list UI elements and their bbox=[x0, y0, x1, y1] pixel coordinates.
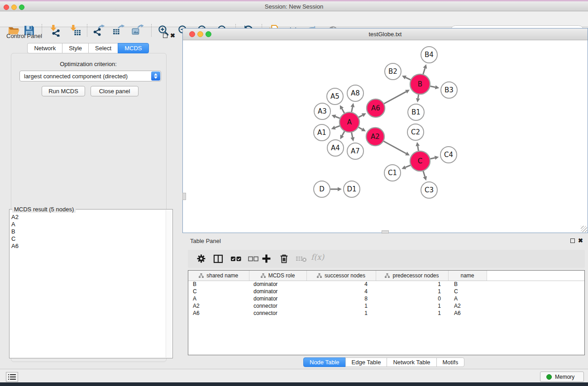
delete-table-icon bbox=[296, 256, 307, 264]
graph-node-C1[interactable]: C1 bbox=[384, 165, 401, 181]
toolbar-separator bbox=[87, 24, 87, 37]
tab-network-table[interactable]: Network Table bbox=[387, 357, 436, 367]
table-cell[interactable]: C bbox=[188, 288, 249, 295]
table-row[interactable]: A2connector11A2 bbox=[188, 302, 585, 310]
delete-column-icon[interactable] bbox=[279, 253, 289, 266]
import-network-icon[interactable] bbox=[49, 24, 61, 37]
table-cell[interactable]: 4 bbox=[306, 281, 376, 288]
mcds-result-scrollbar[interactable] bbox=[166, 210, 172, 357]
graph-node-A6[interactable]: A6 bbox=[367, 99, 385, 117]
network-resize-grip[interactable] bbox=[581, 226, 587, 232]
control-panel-close-icon[interactable]: ✖ bbox=[170, 33, 175, 38]
run-mcds-button[interactable]: Run MCDS bbox=[42, 86, 85, 96]
graph-node-A3[interactable]: A3 bbox=[314, 103, 330, 119]
table-cell[interactable]: B bbox=[188, 281, 249, 288]
tab-node-table[interactable]: Node Table bbox=[303, 357, 346, 367]
close-panel-button[interactable]: Close panel bbox=[91, 86, 139, 96]
table-cell[interactable]: 1 bbox=[376, 281, 448, 288]
graph-node-A7[interactable]: A7 bbox=[347, 143, 363, 159]
table-panel-close-icon[interactable]: ✖ bbox=[578, 238, 583, 243]
table-cell[interactable]: 1 bbox=[376, 288, 448, 295]
import-table-icon[interactable] bbox=[69, 24, 81, 37]
mcds-result-item: A bbox=[10, 221, 165, 228]
table-cell[interactable]: dominator bbox=[249, 281, 306, 288]
graph-node-C[interactable]: C bbox=[410, 151, 430, 171]
table-row[interactable]: A6connector11A6 bbox=[188, 310, 585, 317]
graph-node-B4[interactable]: B4 bbox=[421, 47, 437, 63]
mcds-result-item: B bbox=[10, 228, 165, 235]
table-cell[interactable]: 8 bbox=[306, 295, 376, 302]
graph-node-B1[interactable]: B1 bbox=[408, 104, 424, 120]
tab-mcds[interactable]: MCDS bbox=[118, 43, 148, 53]
toolbar-separator bbox=[151, 24, 152, 37]
table-row[interactable]: Adominator80A bbox=[188, 295, 585, 302]
graph-node-B[interactable]: B bbox=[410, 74, 430, 94]
column-header-name[interactable]: name bbox=[448, 271, 487, 281]
table-cell[interactable]: C bbox=[448, 288, 487, 295]
tab-edge-table[interactable]: Edge Table bbox=[345, 357, 387, 367]
graph-node-A1[interactable]: A1 bbox=[314, 124, 330, 141]
table-cell[interactable]: 4 bbox=[306, 288, 376, 295]
graph-node-D[interactable]: D bbox=[314, 181, 330, 197]
table-cell[interactable]: connector bbox=[249, 310, 306, 317]
task-history-button[interactable] bbox=[6, 372, 18, 382]
graph-node-B3[interactable]: B3 bbox=[441, 82, 457, 98]
export-image-icon[interactable] bbox=[131, 24, 143, 37]
table-cell[interactable]: A bbox=[448, 295, 487, 302]
deselect-checkboxes-icon[interactable] bbox=[248, 256, 258, 264]
table-cell[interactable]: A bbox=[188, 295, 249, 302]
graph-edge-arrowhead bbox=[338, 187, 342, 191]
node-table-grid[interactable]: shared nameMCDS rolesuccessor nodesprede… bbox=[188, 271, 585, 317]
graph-node-A2[interactable]: A2 bbox=[366, 128, 384, 146]
graph-node-C4[interactable]: C4 bbox=[440, 147, 457, 163]
table-cell[interactable]: A2 bbox=[448, 302, 487, 310]
table-cell[interactable]: connector bbox=[249, 302, 306, 310]
table-cell[interactable]: 1 bbox=[306, 310, 376, 317]
graph-node-A5[interactable]: A5 bbox=[327, 88, 343, 105]
table-cell[interactable]: A6 bbox=[188, 310, 249, 317]
tab-network[interactable]: Network bbox=[27, 43, 62, 53]
graph-node-B2[interactable]: B2 bbox=[385, 63, 401, 80]
graph-node-C2[interactable]: C2 bbox=[407, 124, 424, 140]
control-panel-float-icon[interactable] bbox=[163, 33, 167, 38]
table-cell[interactable]: dominator bbox=[249, 295, 306, 302]
column-header-predecessor-nodes[interactable]: predecessor nodes bbox=[376, 271, 448, 281]
add-column-icon[interactable] bbox=[261, 253, 272, 266]
tab-select[interactable]: Select bbox=[88, 43, 118, 53]
table-cell[interactable]: dominator bbox=[249, 288, 306, 295]
table-cell[interactable]: 1 bbox=[376, 310, 448, 317]
tab-style[interactable]: Style bbox=[62, 43, 89, 53]
table-cell[interactable]: 1 bbox=[376, 302, 448, 310]
column-header-shared-name[interactable]: shared name bbox=[188, 271, 249, 281]
column-header-MCDS-role[interactable]: MCDS role bbox=[249, 271, 306, 281]
export-table-icon[interactable] bbox=[112, 24, 124, 37]
table-cell[interactable]: B bbox=[448, 281, 487, 288]
hierarchy-icon bbox=[261, 273, 266, 278]
graph-node-A8[interactable]: A8 bbox=[347, 85, 363, 101]
table-row[interactable]: Cdominator41C bbox=[188, 288, 585, 295]
splitter-handle-bottom[interactable] bbox=[382, 230, 389, 234]
graph-node-D1[interactable]: D1 bbox=[344, 181, 360, 197]
graph-edge-A-A5 bbox=[342, 109, 344, 113]
table-cell[interactable]: A6 bbox=[448, 310, 487, 317]
table-cell[interactable]: A2 bbox=[188, 302, 249, 310]
split-columns-icon[interactable] bbox=[213, 254, 223, 266]
graph-node-A4[interactable]: A4 bbox=[327, 140, 344, 156]
tab-motifs[interactable]: Motifs bbox=[436, 357, 465, 367]
optimization-criterion-select[interactable]: largest connected component (directed) bbox=[19, 71, 161, 81]
table-settings-gear-icon[interactable] bbox=[196, 253, 206, 266]
memory-button[interactable]: Memory bbox=[540, 372, 584, 382]
graph-node-A[interactable]: A bbox=[339, 112, 359, 132]
table-cell[interactable]: 0 bbox=[376, 295, 448, 302]
table-cell[interactable]: 1 bbox=[306, 302, 376, 310]
splitter-handle-left[interactable] bbox=[182, 193, 186, 200]
table-row[interactable]: Bdominator41B bbox=[188, 281, 585, 288]
network-graph[interactable]: AA6A2BCA5A8A3A1A4A7B2B4B3B1C2C4C1C3DD1 bbox=[183, 40, 588, 233]
graph-node-C3[interactable]: C3 bbox=[421, 182, 437, 198]
export-network-icon[interactable] bbox=[93, 24, 105, 37]
graph-edge-arrowhead bbox=[350, 103, 354, 108]
table-panel-float-icon[interactable] bbox=[570, 238, 575, 243]
column-header-successor-nodes[interactable]: successor nodes bbox=[306, 271, 376, 281]
select-all-checkboxes-icon[interactable] bbox=[231, 256, 241, 264]
svg-text:A1: A1 bbox=[317, 129, 326, 137]
